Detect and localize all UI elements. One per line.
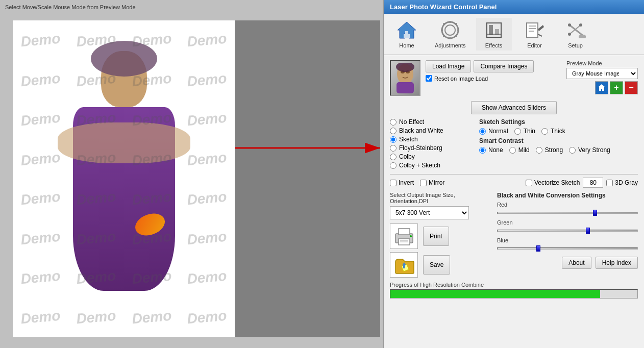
show-advanced-sliders-button[interactable]: Show Advanced Sliders xyxy=(471,101,557,114)
svg-point-30 xyxy=(568,33,571,36)
effect-sketch: Sketch xyxy=(390,136,472,143)
contrast-mild: Mild xyxy=(509,146,530,154)
output-size-col: Select Output Image Size, Orientation,DP… xyxy=(390,192,489,278)
radio-contrast-strong[interactable] xyxy=(536,147,542,154)
smart-contrast-label: Smart Contrast xyxy=(479,137,638,144)
panel-title: Laser Photo Wizard Control Panel xyxy=(390,3,497,11)
radio-no-effect[interactable] xyxy=(390,119,397,126)
nav-home-label: Home xyxy=(399,42,414,48)
red-slider-thumb[interactable] xyxy=(593,210,597,216)
thumbnail-image xyxy=(392,63,418,93)
svg-rect-16 xyxy=(489,25,493,35)
mirror-label: Mirror xyxy=(429,179,444,186)
radio-contrast-very-strong[interactable] xyxy=(569,147,576,154)
nav-effects[interactable]: Effects xyxy=(476,18,512,51)
red-slider-section: Red xyxy=(497,202,638,217)
preview-hint: Select Move/Scale Mouse Mode from Previe… xyxy=(0,0,383,14)
sketch-settings-radio-row: Normal Thin Thick xyxy=(479,128,638,135)
compare-images-button[interactable]: Compare Images xyxy=(474,60,534,72)
blue-slider-thumb[interactable] xyxy=(536,245,540,252)
load-image-button[interactable]: Load Image xyxy=(426,60,471,72)
load-compare-row: Load Image Compare Images xyxy=(426,60,534,72)
preview-mode-select[interactable]: Gray Mouse Image Color Mouse Image Origi… xyxy=(566,68,638,79)
svg-point-13 xyxy=(455,23,457,25)
svg-point-10 xyxy=(457,29,459,31)
vectorize-checkbox[interactable] xyxy=(526,180,532,186)
sketch-thin: Thin xyxy=(514,128,535,135)
radio-sketch[interactable] xyxy=(390,136,397,143)
contrast-strong-label: Strong xyxy=(545,146,563,154)
sketch-settings-label: Sketch Settings xyxy=(479,118,638,126)
vectorize-value-input[interactable] xyxy=(583,178,603,188)
save-button[interactable]: Save xyxy=(423,255,450,275)
about-button[interactable]: About xyxy=(562,257,591,269)
nav-icons-bar: Home Adjustments xyxy=(384,14,644,55)
nav-adjustments-label: Adjustments xyxy=(435,42,466,48)
radio-colby[interactable] xyxy=(390,154,397,160)
setup-icon xyxy=(565,20,586,40)
reset-on-load-checkbox[interactable] xyxy=(426,75,432,82)
radio-normal[interactable] xyxy=(479,128,486,135)
nav-setup[interactable]: Setup xyxy=(558,18,593,51)
plus-icon: + xyxy=(614,83,618,92)
radio-black-white[interactable] xyxy=(390,128,397,134)
radio-floyd[interactable] xyxy=(390,145,397,152)
reset-on-load-label: Reset on Image Load xyxy=(434,76,488,82)
smart-contrast-radio-row: None Mild Strong Very Strong xyxy=(479,146,638,154)
effect-colby: Colby xyxy=(390,153,472,160)
svg-point-29 xyxy=(579,23,582,27)
effect-no-effect: No Effect xyxy=(390,118,472,126)
divider-1 xyxy=(390,174,638,175)
adjustments-icon xyxy=(440,20,460,40)
save-row: Save xyxy=(390,252,489,278)
svg-line-25 xyxy=(569,25,584,36)
nav-home[interactable]: Home xyxy=(389,18,425,51)
radio-thin[interactable] xyxy=(514,128,521,135)
radio-contrast-mild[interactable] xyxy=(509,147,516,154)
svg-rect-31 xyxy=(579,35,586,38)
3d-gray-checkbox-item: 3D Gray xyxy=(606,179,638,186)
invert-checkbox-item: Invert xyxy=(390,179,414,186)
effects-radio-group: No Effect Black and White Sketch Floyd-S… xyxy=(390,118,472,169)
radio-contrast-none[interactable] xyxy=(479,147,486,154)
effects-settings-row: No Effect Black and White Sketch Floyd-S… xyxy=(390,118,638,169)
sketch-normal-label: Normal xyxy=(488,128,508,135)
sketch-thick: Thick xyxy=(541,128,565,135)
svg-point-7 xyxy=(449,21,451,23)
svg-point-9 xyxy=(441,29,443,31)
contrast-mild-label: Mild xyxy=(518,146,530,154)
blue-slider-bg xyxy=(497,247,638,250)
help-index-button[interactable]: Help Index xyxy=(596,257,638,269)
nav-adjustments[interactable]: Adjustments xyxy=(430,18,471,51)
checkboxes-full-row: Invert Mirror Vectorize Sketch 3D Gray xyxy=(390,178,638,188)
home-nav-icon-btn[interactable] xyxy=(595,81,608,94)
output-size-select[interactable]: 5x7 300 Vert 4x6 300 Vert 8x10 300 Vert … xyxy=(390,206,469,219)
effect-black-white: Black and White xyxy=(390,127,472,134)
nav-editor[interactable]: Editor xyxy=(517,18,553,51)
home-icon xyxy=(397,20,417,40)
vectorize-checkbox-item: Vectorize Sketch xyxy=(526,179,580,186)
mirror-checkbox[interactable] xyxy=(420,180,427,186)
contrast-very-strong-label: Very Strong xyxy=(578,146,610,154)
svg-point-8 xyxy=(449,37,451,39)
radio-colby-sketch[interactable] xyxy=(390,162,397,169)
gray-panel xyxy=(235,20,380,337)
red-slider-track xyxy=(497,209,638,217)
effect-sketch-label: Sketch xyxy=(399,136,418,143)
svg-rect-4 xyxy=(405,31,408,34)
zoom-in-icon-btn[interactable]: + xyxy=(610,81,623,94)
green-slider-thumb[interactable] xyxy=(586,228,590,234)
zoom-out-icon-btn[interactable]: − xyxy=(625,81,638,94)
adv-sliders-row: Show Advanced Sliders xyxy=(390,101,638,114)
vectorize-label: Vectorize Sketch xyxy=(534,179,580,186)
printer-icon xyxy=(393,227,415,246)
radio-thick[interactable] xyxy=(541,128,548,135)
progress-bar-container xyxy=(390,289,638,299)
effect-black-white-label: Black and White xyxy=(399,127,443,134)
red-slider-label: Red xyxy=(497,202,638,208)
3d-gray-checkbox[interactable] xyxy=(606,180,613,186)
print-button[interactable]: Print xyxy=(423,227,449,246)
invert-checkbox[interactable] xyxy=(390,180,397,186)
blue-slider-label: Blue xyxy=(497,237,638,243)
sketch-normal: Normal xyxy=(479,128,508,135)
